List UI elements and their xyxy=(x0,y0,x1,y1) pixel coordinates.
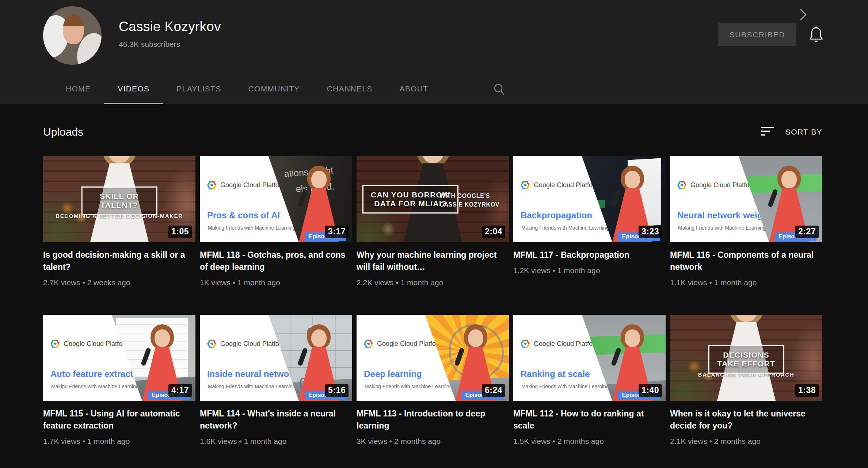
thumbnail-overlay-subtitle: BECOMING A BETTER DECISION-MAKER xyxy=(56,213,183,219)
thumbnail-brand-text: Google Cloud Platform xyxy=(534,340,600,348)
thumbnail-subheading: Making Friends with Machine Learning xyxy=(521,225,609,231)
google-cloud-logo-icon xyxy=(521,340,530,348)
tab-about[interactable]: ABOUT xyxy=(386,75,442,104)
video-meta: 1.2K views • 1 month ago xyxy=(513,266,666,275)
video-card: ations mightels failed. Google Cloud Pla… xyxy=(200,156,352,287)
google-cloud-logo-icon xyxy=(207,340,216,348)
video-thumbnail[interactable]: Google Cloud Platform Auto feature extra… xyxy=(43,315,195,401)
page-root: { "colors": { "header_bg": "#1f1f1f", "p… xyxy=(0,0,868,468)
duration-badge: 1:38 xyxy=(795,384,819,397)
duration-badge: 5:16 xyxy=(325,384,349,397)
tab-playlists[interactable]: PLAYLISTS xyxy=(163,75,235,104)
google-cloud-logo-icon xyxy=(50,340,60,348)
video-title[interactable]: MFML 114 - What's inside a neural networ… xyxy=(200,408,352,432)
sort-filter-icon xyxy=(761,126,775,139)
video-card: Google Cloud Platform Ranking at scale M… xyxy=(513,315,666,446)
video-title[interactable]: When is it okay to let the universe deci… xyxy=(670,408,822,432)
video-title[interactable]: MFML 115 - Using AI for automatic featur… xyxy=(43,408,195,432)
google-cloud-logo-icon xyxy=(364,340,373,348)
microphone xyxy=(454,347,465,366)
tab-bar: HOMEVIDEOSPLAYLISTSCOMMUNITYCHANNELSABOU… xyxy=(0,75,868,104)
duration-badge: 2:04 xyxy=(482,226,505,238)
microphone xyxy=(141,347,151,366)
video-meta: 2.1K views • 2 months ago xyxy=(670,437,822,446)
video-thumbnail[interactable]: Google Cloud Platform Neural network wei… xyxy=(670,156,822,242)
video-title[interactable]: Why your machine learning project will f… xyxy=(357,249,509,273)
subscribed-button[interactable]: SUBSCRIBED xyxy=(718,23,796,46)
thumbnail-subheading: Making Friends with Machine Learning xyxy=(521,384,609,389)
channel-header: Cassie Kozyrkov 46.3K subscribers SUBSCR… xyxy=(0,0,868,104)
thumbnail-heading: Backpropagation xyxy=(521,210,592,220)
video-title[interactable]: MFML 118 - Gotchas, pros, and cons of de… xyxy=(200,249,352,273)
video-title[interactable]: MFML 116 - Components of a neural networ… xyxy=(670,249,822,273)
video-meta: 3K views • 2 months ago xyxy=(357,437,509,446)
thumbnail-heading: Inside neural networks xyxy=(207,369,302,379)
duration-badge: 2:27 xyxy=(795,226,819,238)
thumbnail-heading: Ranking at scale xyxy=(521,369,590,379)
thumbnail-brand-text: Google Cloud Platform xyxy=(690,181,757,189)
video-card: SKILL OR TALENT? BECOMING A BETTER DECIS… xyxy=(43,156,195,287)
video-thumbnail[interactable]: ations mightels failed. Google Cloud Pla… xyxy=(200,156,352,242)
microphone xyxy=(611,347,621,366)
person-face xyxy=(155,329,170,347)
person-face xyxy=(625,171,640,188)
person-face xyxy=(311,171,327,188)
tab-channels[interactable]: CHANNELS xyxy=(313,75,386,104)
video-thumbnail[interactable]: Google Cloud Platform Backpropagation Ma… xyxy=(513,156,666,242)
duration-badge: 3:23 xyxy=(639,226,662,238)
video-thumbnail[interactable]: 0.9 0.5 Google Cloud Platform Inside neu… xyxy=(200,315,352,401)
video-card: Google Cloud Platform Neural network wei… xyxy=(670,156,822,287)
tab-home[interactable]: HOME xyxy=(52,75,104,104)
thumbnail-subheading: Making Friends with Machine Learning xyxy=(365,384,452,389)
thumbnail-brand-text: Google Cloud Platform xyxy=(64,340,130,348)
microphone xyxy=(297,347,308,366)
sort-by-button[interactable]: SORT BY xyxy=(761,126,822,139)
uploads-section: Uploads SORT BY xyxy=(0,124,868,446)
duration-badge: 4:17 xyxy=(168,384,192,397)
video-thumbnail[interactable]: CAN YOU BORROW DATA FOR ML/AI? WITH GOOG… xyxy=(357,156,509,242)
video-card: Google Cloud Platform Auto feature extra… xyxy=(43,315,195,446)
thumbnail-subheading: Making Friends with Machine Learning xyxy=(678,225,766,231)
video-title[interactable]: MFML 113 - Introduction to deep learning xyxy=(357,408,509,432)
video-thumbnail[interactable]: SKILL OR TALENT? BECOMING A BETTER DECIS… xyxy=(43,156,195,242)
thumbnail-brand-text: Google Cloud Platform xyxy=(220,181,287,189)
thumbnail-overlay-box: DECISIONS TAKE EFFORT xyxy=(708,345,784,374)
subscriber-count: 46.3K subscribers xyxy=(119,40,221,49)
thumbnail-brand-text: Google Cloud Platform xyxy=(220,340,287,348)
video-meta: 1.5K views • 2 months ago xyxy=(513,437,666,446)
sort-by-label: SORT BY xyxy=(785,128,822,136)
video-meta: 1.1K views • 1 month ago xyxy=(670,278,822,287)
search-icon[interactable] xyxy=(485,75,514,104)
duration-badge: 3:17 xyxy=(325,226,349,238)
video-card: DECISIONS TAKE EFFORT BALANCING YOUR APP… xyxy=(670,315,822,446)
video-card: Google Cloud Platform Deep learning Maki… xyxy=(357,315,509,446)
channel-avatar[interactable] xyxy=(43,6,102,65)
thumbnail-heading: Deep learning xyxy=(364,369,422,379)
video-meta: 2.7K views • 2 weeks ago xyxy=(43,278,195,287)
video-thumbnail[interactable]: Google Cloud Platform Ranking at scale M… xyxy=(513,315,666,401)
thumbnail-heading: Pros & cons of AI xyxy=(207,210,280,220)
uploads-title: Uploads xyxy=(43,126,83,138)
video-meta: 1K views • 1 month ago xyxy=(200,278,352,287)
video-thumbnail[interactable]: DECISIONS TAKE EFFORT BALANCING YOUR APP… xyxy=(670,315,822,401)
microphone xyxy=(297,189,308,207)
microphone xyxy=(611,189,621,207)
thumbnail-overlay-box: SKILL OR TALENT? xyxy=(81,186,157,215)
microphone xyxy=(768,189,778,207)
thumbnail-brand-text: Google Cloud Platform xyxy=(377,340,443,348)
video-title[interactable]: Is good decision-making a skill or a tal… xyxy=(43,249,195,273)
video-title[interactable]: MFML 112 - How to do ranking at scale xyxy=(513,408,666,432)
tab-videos[interactable]: VIDEOS xyxy=(104,75,163,104)
person-face xyxy=(625,329,640,347)
channel-name: Cassie Kozyrkov xyxy=(119,19,221,34)
duration-badge: 1:05 xyxy=(168,226,192,238)
tab-community[interactable]: COMMUNITY xyxy=(235,75,313,104)
video-thumbnail[interactable]: Google Cloud Platform Deep learning Maki… xyxy=(357,315,509,401)
video-meta: 1.6K views • 1 month ago xyxy=(200,437,352,446)
google-cloud-logo-icon xyxy=(677,181,686,189)
chevron-right-icon[interactable] xyxy=(794,0,812,29)
video-title[interactable]: MFML 117 - Backpropagation xyxy=(513,249,666,261)
duration-badge: 1:40 xyxy=(639,384,662,397)
duration-badge: 6:24 xyxy=(482,384,505,397)
thumbnail-overlay-subtitle: BALANCING YOUR APPROACH xyxy=(698,371,794,378)
